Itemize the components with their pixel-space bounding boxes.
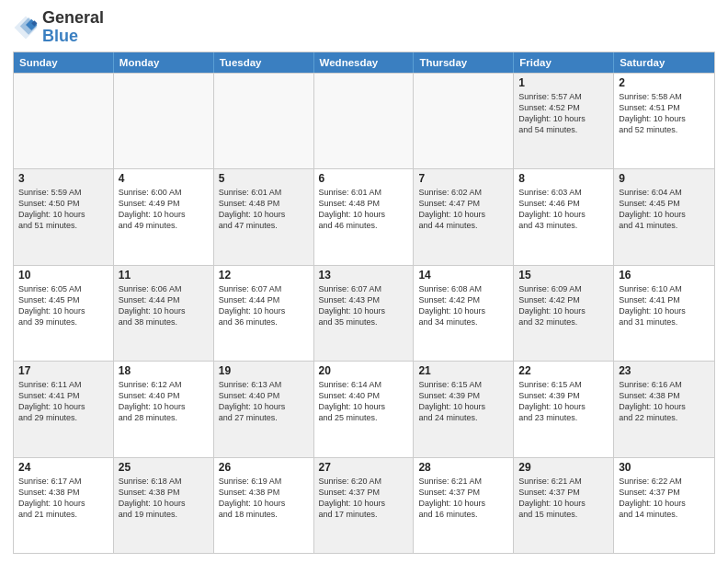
weekday-header-friday: Friday	[514, 52, 614, 73]
calendar-cell: 21Sunrise: 6:15 AM Sunset: 4:39 PM Dayli…	[414, 362, 514, 456]
day-number: 7	[418, 172, 508, 185]
day-number: 12	[219, 269, 309, 282]
weekday-header-thursday: Thursday	[414, 52, 514, 73]
day-number: 24	[18, 461, 108, 474]
day-info: Sunrise: 6:09 AM Sunset: 4:42 PM Dayligh…	[518, 283, 609, 328]
calendar-cell	[214, 74, 314, 168]
day-info: Sunrise: 6:10 AM Sunset: 4:41 PM Dayligh…	[619, 283, 710, 328]
calendar-cell: 6Sunrise: 6:01 AM Sunset: 4:48 PM Daylig…	[314, 169, 415, 264]
day-number: 10	[18, 269, 108, 282]
logo-text: General Blue	[42, 9, 104, 46]
day-info: Sunrise: 6:04 AM Sunset: 4:45 PM Dayligh…	[619, 187, 710, 232]
calendar-cell: 27Sunrise: 6:20 AM Sunset: 4:37 PM Dayli…	[314, 458, 415, 553]
day-info: Sunrise: 6:00 AM Sunset: 4:49 PM Dayligh…	[119, 187, 209, 232]
calendar-row-3: 10Sunrise: 6:05 AM Sunset: 4:45 PM Dayli…	[14, 265, 714, 361]
day-info: Sunrise: 6:01 AM Sunset: 4:48 PM Dayligh…	[319, 187, 409, 232]
day-info: Sunrise: 6:13 AM Sunset: 4:40 PM Dayligh…	[219, 379, 309, 424]
day-number: 29	[518, 461, 609, 474]
day-number: 9	[619, 172, 710, 185]
calendar-cell: 26Sunrise: 6:19 AM Sunset: 4:38 PM Dayli…	[214, 458, 314, 553]
calendar-header: SundayMondayTuesdayWednesdayThursdayFrid…	[14, 52, 714, 73]
calendar-cell: 16Sunrise: 6:10 AM Sunset: 4:41 PM Dayli…	[614, 266, 714, 361]
day-info: Sunrise: 6:07 AM Sunset: 4:44 PM Dayligh…	[219, 283, 309, 328]
calendar-cell: 20Sunrise: 6:14 AM Sunset: 4:40 PM Dayli…	[314, 362, 415, 456]
day-number: 6	[319, 172, 409, 185]
calendar-cell: 28Sunrise: 6:21 AM Sunset: 4:37 PM Dayli…	[414, 458, 514, 553]
calendar-cell: 14Sunrise: 6:08 AM Sunset: 4:42 PM Dayli…	[414, 266, 514, 361]
day-number: 17	[18, 364, 108, 377]
day-info: Sunrise: 6:11 AM Sunset: 4:41 PM Dayligh…	[18, 379, 108, 424]
day-info: Sunrise: 6:02 AM Sunset: 4:47 PM Dayligh…	[418, 187, 508, 232]
day-info: Sunrise: 6:06 AM Sunset: 4:44 PM Dayligh…	[119, 283, 209, 328]
calendar-cell	[114, 74, 214, 168]
calendar-cell: 12Sunrise: 6:07 AM Sunset: 4:44 PM Dayli…	[214, 266, 314, 361]
calendar-cell: 3Sunrise: 5:59 AM Sunset: 4:50 PM Daylig…	[14, 169, 114, 264]
weekday-header-wednesday: Wednesday	[314, 52, 415, 73]
calendar-cell: 24Sunrise: 6:17 AM Sunset: 4:38 PM Dayli…	[14, 458, 114, 553]
calendar-cell: 19Sunrise: 6:13 AM Sunset: 4:40 PM Dayli…	[214, 362, 314, 456]
logo: General Blue	[13, 9, 104, 46]
day-info: Sunrise: 6:17 AM Sunset: 4:38 PM Dayligh…	[18, 476, 108, 521]
day-info: Sunrise: 6:19 AM Sunset: 4:38 PM Dayligh…	[219, 476, 309, 521]
calendar-cell: 7Sunrise: 6:02 AM Sunset: 4:47 PM Daylig…	[414, 169, 514, 264]
weekday-header-monday: Monday	[114, 52, 214, 73]
calendar-body: 1Sunrise: 5:57 AM Sunset: 4:52 PM Daylig…	[14, 73, 714, 553]
day-info: Sunrise: 6:16 AM Sunset: 4:38 PM Dayligh…	[619, 379, 710, 424]
calendar-cell	[314, 74, 415, 168]
calendar-cell: 17Sunrise: 6:11 AM Sunset: 4:41 PM Dayli…	[14, 362, 114, 456]
day-number: 30	[619, 461, 710, 474]
calendar-cell: 30Sunrise: 6:22 AM Sunset: 4:37 PM Dayli…	[614, 458, 714, 553]
calendar-cell: 13Sunrise: 6:07 AM Sunset: 4:43 PM Dayli…	[314, 266, 415, 361]
calendar-cell	[14, 74, 114, 168]
day-number: 11	[119, 269, 209, 282]
weekday-header-sunday: Sunday	[14, 52, 114, 73]
calendar-cell: 18Sunrise: 6:12 AM Sunset: 4:40 PM Dayli…	[114, 362, 214, 456]
day-info: Sunrise: 6:18 AM Sunset: 4:38 PM Dayligh…	[119, 476, 209, 521]
day-number: 2	[619, 76, 710, 89]
calendar-cell: 11Sunrise: 6:06 AM Sunset: 4:44 PM Dayli…	[114, 266, 214, 361]
day-info: Sunrise: 5:58 AM Sunset: 4:51 PM Dayligh…	[619, 91, 710, 136]
day-info: Sunrise: 6:20 AM Sunset: 4:37 PM Dayligh…	[319, 476, 409, 521]
calendar-cell: 23Sunrise: 6:16 AM Sunset: 4:38 PM Dayli…	[614, 362, 714, 456]
page: General Blue SundayMondayTuesdayWednesda…	[0, 0, 728, 563]
day-number: 13	[319, 269, 409, 282]
calendar-cell: 8Sunrise: 6:03 AM Sunset: 4:46 PM Daylig…	[514, 169, 614, 264]
day-number: 21	[418, 364, 508, 377]
day-number: 20	[319, 364, 409, 377]
calendar-cell: 1Sunrise: 5:57 AM Sunset: 4:52 PM Daylig…	[514, 74, 614, 168]
day-number: 15	[518, 269, 609, 282]
day-number: 26	[219, 461, 309, 474]
calendar-cell: 5Sunrise: 6:01 AM Sunset: 4:48 PM Daylig…	[214, 169, 314, 264]
day-number: 25	[119, 461, 209, 474]
day-info: Sunrise: 6:01 AM Sunset: 4:48 PM Dayligh…	[219, 187, 309, 232]
day-info: Sunrise: 6:08 AM Sunset: 4:42 PM Dayligh…	[418, 283, 508, 328]
calendar-row-4: 17Sunrise: 6:11 AM Sunset: 4:41 PM Dayli…	[14, 361, 714, 456]
day-info: Sunrise: 6:22 AM Sunset: 4:37 PM Dayligh…	[619, 476, 710, 521]
day-number: 27	[319, 461, 409, 474]
calendar-row-5: 24Sunrise: 6:17 AM Sunset: 4:38 PM Dayli…	[14, 457, 714, 553]
day-number: 23	[619, 364, 710, 377]
calendar-cell: 22Sunrise: 6:15 AM Sunset: 4:39 PM Dayli…	[514, 362, 614, 456]
day-number: 18	[119, 364, 209, 377]
day-number: 22	[518, 364, 609, 377]
day-info: Sunrise: 6:12 AM Sunset: 4:40 PM Dayligh…	[119, 379, 209, 424]
day-number: 28	[418, 461, 508, 474]
day-number: 4	[119, 172, 209, 185]
day-info: Sunrise: 6:03 AM Sunset: 4:46 PM Dayligh…	[518, 187, 609, 232]
day-info: Sunrise: 5:59 AM Sunset: 4:50 PM Dayligh…	[18, 187, 108, 232]
calendar-cell: 9Sunrise: 6:04 AM Sunset: 4:45 PM Daylig…	[614, 169, 714, 264]
day-number: 16	[619, 269, 710, 282]
weekday-header-tuesday: Tuesday	[214, 52, 314, 73]
day-number: 19	[219, 364, 309, 377]
logo-icon	[13, 15, 39, 40]
calendar-cell: 4Sunrise: 6:00 AM Sunset: 4:49 PM Daylig…	[114, 169, 214, 264]
weekday-header-saturday: Saturday	[614, 52, 714, 73]
day-number: 5	[219, 172, 309, 185]
calendar-cell: 15Sunrise: 6:09 AM Sunset: 4:42 PM Dayli…	[514, 266, 614, 361]
calendar-cell: 10Sunrise: 6:05 AM Sunset: 4:45 PM Dayli…	[14, 266, 114, 361]
day-info: Sunrise: 6:15 AM Sunset: 4:39 PM Dayligh…	[418, 379, 508, 424]
calendar-row-1: 1Sunrise: 5:57 AM Sunset: 4:52 PM Daylig…	[14, 73, 714, 168]
calendar-cell	[414, 74, 514, 168]
calendar: SundayMondayTuesdayWednesdayThursdayFrid…	[13, 52, 715, 554]
calendar-cell: 2Sunrise: 5:58 AM Sunset: 4:51 PM Daylig…	[614, 74, 714, 168]
